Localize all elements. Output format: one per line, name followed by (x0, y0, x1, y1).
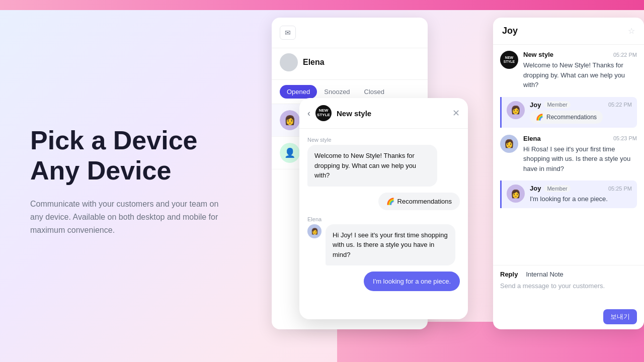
headline-line1: Pick a Device (30, 126, 197, 155)
detail-avatar-joy1: 👩 (507, 101, 525, 119)
elena-label: Elena (307, 216, 460, 222)
detail-msg-content-brand: New style 05:22 PM Welcome to New Style!… (523, 51, 637, 90)
elena-message-row: Elena 👩 Hi Joy! I see it's your first ti… (307, 216, 460, 266)
list-avatar: 👩 (280, 110, 300, 130)
recommendations-label: Recommendations (397, 198, 452, 205)
detail-msg-meta-joy1: Joy Member 05:22 PM (530, 101, 632, 109)
user-bubble: I'm looking for a one piece. (364, 272, 460, 291)
close-icon[interactable]: ✕ (452, 108, 460, 119)
reply-tab[interactable]: Reply (500, 270, 518, 278)
detail-msg-text-joy2: I'm looking for a one piece. (530, 194, 632, 204)
detail-time-joy2: 05:25 PM (608, 186, 632, 192)
detail-msg-content-elena: Elena 05:23 PM Hi Rosa! I see it's your … (523, 135, 637, 174)
detail-msg-meta-brand: New style 05:22 PM (523, 51, 637, 58)
list-avatar-img: 👩 (280, 110, 300, 130)
inbox-user-row: Elena (272, 48, 428, 80)
elena-avatar-chat: 👩 (307, 224, 321, 238)
detail-msg-content-joy1: Joy Member 05:22 PM 🌈 Recommendations (530, 101, 632, 124)
ui-panels: ✉ Elena Opened Snoozed Closed 👩 Joy · El… (272, 0, 644, 362)
detail-msg-meta-elena: Elena 05:23 PM (523, 135, 637, 142)
reply-placeholder: Send a message to your customers. (500, 282, 605, 290)
subtext: Communicate with your customers and your… (30, 198, 231, 236)
elena-msg-row: 👩 Hi Joy! I see it's your first time sho… (307, 224, 460, 266)
detail-msg-text-brand: Welcome to New Style! Thanks for droppin… (523, 60, 637, 90)
detail-msg-brand: NEWSTYLE New style 05:22 PM Welcome to N… (500, 51, 637, 90)
left-content-area: Pick a Device Any Device Communicate wit… (0, 0, 272, 362)
bot-label: New style (307, 137, 460, 143)
detail-msg-elena: 👩 Elena 05:23 PM Hi Rosa! I see it's you… (500, 135, 637, 174)
bot-bubble: Welcome to New Style! Thanks for droppin… (307, 145, 437, 187)
detail-tag-joy2: Member (544, 185, 570, 192)
chat-header: ‹ NEWSTYLE New style ✕ (299, 98, 468, 129)
detail-time-joy1: 05:22 PM (608, 102, 632, 108)
rec-label: Recommendations (546, 114, 597, 121)
chat-panel: ‹ NEWSTYLE New style ✕ New style Welcome… (299, 98, 468, 319)
inbox-header: ✉ (272, 18, 428, 48)
send-button[interactable]: 보내기 (603, 309, 637, 324)
inbox-icon: ✉ (280, 26, 296, 40)
list-avatar-2: 👤 (280, 143, 300, 163)
recommendations-pill: 🌈 Recommendations (530, 111, 603, 124)
detail-msg-joy2: 👩 Joy Member 05:25 PM I'm looking for a … (500, 180, 637, 208)
inbox-user-name: Elena (303, 58, 325, 67)
rec-emoji: 🌈 (536, 114, 543, 121)
list-avatar-img-2: 👤 (280, 143, 300, 163)
inbox-avatar (280, 53, 298, 71)
tab-snoozed[interactable]: Snoozed (317, 85, 357, 99)
bot-message-row: New style Welcome to New Style! Thanks f… (307, 137, 460, 187)
recommendations-bubble: 🌈 Recommendations (378, 193, 460, 210)
detail-msg-content-joy2: Joy Member 05:25 PM I'm looking for a on… (530, 185, 632, 204)
detail-time-elena: 05:23 PM (613, 135, 637, 141)
detail-msg-joy1: 👩 Joy Member 05:22 PM 🌈 Recommendations (500, 97, 637, 128)
detail-msg-text-elena: Hi Rosa! I see it's your first time shop… (523, 144, 637, 174)
star-icon[interactable]: ☆ (628, 26, 635, 36)
detail-tag-joy1: Member (544, 101, 570, 108)
chat-title: New style (337, 109, 447, 118)
detail-title: Joy (502, 26, 624, 36)
chat-brand-icon: NEWSTYLE (315, 105, 332, 121)
recommendations-emoji: 🌈 (386, 198, 394, 205)
headline-line2: Any Device (30, 156, 171, 185)
back-icon[interactable]: ‹ (307, 108, 310, 119)
detail-avatar-elena: 👩 (500, 135, 518, 153)
reply-input-area: Send a message to your customers. (500, 282, 637, 307)
headline: Pick a Device Any Device (30, 126, 242, 186)
internal-tab[interactable]: Internal Note (526, 270, 563, 278)
top-bar (0, 0, 644, 10)
elena-bubble: Hi Joy! I see it's your first time shopp… (326, 224, 455, 266)
detail-header: Joy ☆ (493, 18, 644, 45)
detail-sender-joy1: Joy (530, 101, 541, 109)
detail-msg-meta-joy2: Joy Member 05:25 PM (530, 185, 632, 192)
chat-messages: New style Welcome to New Style! Thanks f… (299, 129, 468, 319)
detail-panel: Joy ☆ NEWSTYLE New style 05:22 PM Welcom… (493, 18, 644, 329)
detail-brand-icon: NEWSTYLE (500, 51, 518, 69)
detail-sender-brand: New style (523, 51, 553, 58)
reply-bar: Reply Internal Note Send a message to yo… (493, 265, 644, 329)
detail-avatar-joy2: 👩 (507, 185, 525, 203)
detail-time-brand: 05:22 PM (613, 52, 637, 58)
tab-closed[interactable]: Closed (357, 85, 391, 99)
reply-tabs: Reply Internal Note (500, 270, 637, 278)
detail-sender-elena: Elena (523, 135, 541, 142)
detail-sender-joy2: Joy (530, 185, 541, 192)
detail-messages: NEWSTYLE New style 05:22 PM Welcome to N… (493, 45, 644, 265)
tab-opened[interactable]: Opened (280, 85, 317, 99)
